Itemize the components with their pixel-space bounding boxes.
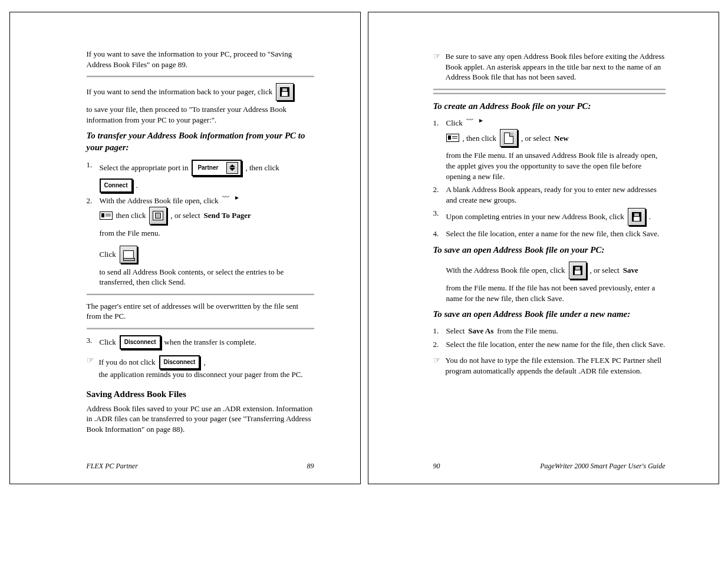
divider	[433, 92, 666, 94]
r-s3-step2-text: Select the file location, enter the new …	[446, 339, 666, 350]
note-b-text-2: ,	[203, 357, 205, 368]
step-number: 2.	[433, 184, 446, 195]
new-file-icon	[500, 129, 518, 147]
divider	[433, 88, 666, 90]
step2-text-a: With the Address Book file open, click	[100, 196, 219, 206]
wave-icon	[466, 119, 482, 127]
page-footer: 90 PageWriter 2000 Smart Pager User's Gu…	[368, 461, 719, 471]
partner-dropdown[interactable]: Partner	[192, 160, 242, 176]
step1-text-a: Select the appropriate port in	[100, 163, 189, 173]
r-step2-text: A blank Address Book appears, ready for …	[446, 184, 666, 205]
step2-text-d: from the File menu.	[100, 228, 160, 239]
r-step-3: 3. Upon completing entries in your new A…	[433, 208, 666, 226]
intro-text-a: If you want to save the information to y…	[87, 49, 314, 70]
r-step-4: 4. Select the file location, enter a nam…	[433, 229, 666, 239]
note-top-text: Be sure to save any open Address Book fi…	[446, 51, 666, 82]
disconnect-button[interactable]: Disconnect	[120, 335, 161, 349]
step-number: 3.	[87, 335, 100, 346]
step2b-text-a: Click	[100, 249, 116, 260]
step2-text-b: then click	[116, 210, 146, 221]
note-top: ☞ Be sure to save any open Address Book …	[433, 51, 666, 82]
r-sec3-step1: 1. Select Save As from the File menu.	[433, 326, 666, 336]
r-step1-text-a: Click	[446, 118, 463, 128]
heading-save-as: To save an open Address Book file under …	[433, 308, 666, 320]
note-disconnect: ☞ If you do not click Disconnect , the a…	[87, 355, 314, 380]
r-s3-text-b: from the File menu.	[497, 326, 558, 336]
save-icon	[276, 83, 294, 101]
hand-pointer-icon: ☞	[433, 356, 441, 365]
step1-text-b: , then click	[245, 163, 279, 173]
hand-pointer-icon: ☞	[87, 356, 94, 365]
r-s2-text-c: from the File menu. If the file has not …	[446, 283, 666, 303]
step-number: 1.	[433, 118, 446, 128]
step3-text-a: Click	[100, 337, 116, 348]
heading-save-open: To save an open Address Book file on you…	[433, 244, 666, 256]
step-number: 2.	[87, 196, 100, 206]
r-sec2-step: With the Address Book file open, click ,…	[446, 262, 666, 303]
dropdown-label: Partner	[197, 164, 218, 172]
r-step3-text-b: .	[649, 211, 651, 222]
r-sec3-step2: 2. Select the file location, enter the n…	[433, 339, 666, 350]
r-s3-text-a: Select	[446, 326, 465, 336]
divider	[87, 293, 314, 295]
step-number: 3.	[433, 208, 446, 219]
step-number: 4.	[433, 229, 446, 239]
r-step1-text-b: , then click	[463, 133, 496, 144]
save-icon	[569, 262, 587, 279]
note-b-text-1: If you do not click	[99, 357, 156, 368]
step-number: 1.	[87, 160, 100, 170]
heading-saving: Saving Address Book Files	[87, 388, 314, 400]
wave-icon	[222, 196, 238, 204]
send-to-pager-icon	[149, 207, 167, 224]
intro-line-b: If you want to send the information back…	[87, 83, 314, 125]
divider	[87, 75, 314, 77]
r-step1-menu: New	[554, 133, 569, 144]
footer-left: 90	[433, 461, 440, 471]
footer-right: PageWriter 2000 Smart Pager User's Guide	[540, 461, 665, 471]
dropdown-spinner-icon	[226, 162, 238, 174]
step3-text-b: when the transfer is complete.	[164, 337, 256, 348]
r-s2-menu: Save	[623, 265, 638, 276]
pager-icon	[100, 211, 113, 220]
pager-icon	[446, 134, 459, 142]
step2b-text-b: to send all Address Book contents, or se…	[100, 267, 314, 287]
r-step-1: 1. Click , then click , or select New fr…	[433, 118, 666, 181]
body-saving: Address Book files saved to your PC use …	[87, 404, 314, 435]
r-step-2: 2. A blank Address Book appears, ready f…	[433, 184, 666, 205]
page-right: ☞ Be sure to save any open Address Book …	[368, 12, 719, 484]
r-step4-text: Select the file location, enter a name f…	[446, 229, 666, 239]
disconnect-button-note[interactable]: Disconnect	[159, 355, 200, 369]
r-step3-text-a: Upon completing entries in your new Addr…	[446, 211, 624, 222]
intro-text-b2: to save your file, then proceed to "To t…	[87, 104, 314, 125]
intro-text-b1: If you want to send the information back…	[87, 87, 273, 97]
r-s2-text-b: , or select	[590, 265, 620, 276]
step2-menu-item: Send To Pager	[204, 210, 251, 221]
send-pc-icon	[120, 246, 137, 263]
step1-text-c: .	[136, 180, 138, 191]
divider	[87, 328, 314, 329]
heading-transfer: To transfer your Address Book informatio…	[87, 130, 314, 154]
step-2: 2. With the Address Book file open, clic…	[87, 196, 314, 287]
connect-button[interactable]: Connect	[100, 178, 133, 193]
r-step1-text-c: , or select	[521, 133, 551, 144]
page-left: If you want to save the information to y…	[9, 12, 361, 484]
step-number: 2.	[433, 339, 446, 350]
page-footer: FLEX PC Partner 89	[10, 461, 360, 471]
footer-right: 89	[307, 461, 314, 471]
note-overwrite: The pager's entire set of addresses will…	[87, 301, 314, 322]
r-s2-text-a: With the Address Book file open, click	[446, 265, 565, 276]
hand-pointer-icon: ☞	[433, 52, 441, 61]
step-1: 1. Select the appropriate port in Partne…	[87, 160, 314, 193]
step-3: 3. Click Disconnect when the transfer is…	[87, 335, 314, 349]
note-b-continued: the application reminds you to disconnec…	[99, 369, 314, 380]
step-number: 1.	[433, 326, 446, 336]
save-icon	[628, 208, 645, 226]
footer-left: FLEX PC Partner	[87, 461, 138, 471]
heading-create: To create an Address Book file on your P…	[433, 100, 666, 112]
note-bottom: ☞ You do not have to type the file exten…	[433, 355, 666, 376]
r-s3-menu: Save As	[468, 326, 493, 336]
step2-text-c: , or select	[170, 210, 200, 221]
note-bottom-text: You do not have to type the file extensi…	[446, 355, 666, 376]
r-step1-text-d: from the File menu. If an unsaved Addres…	[446, 150, 666, 181]
